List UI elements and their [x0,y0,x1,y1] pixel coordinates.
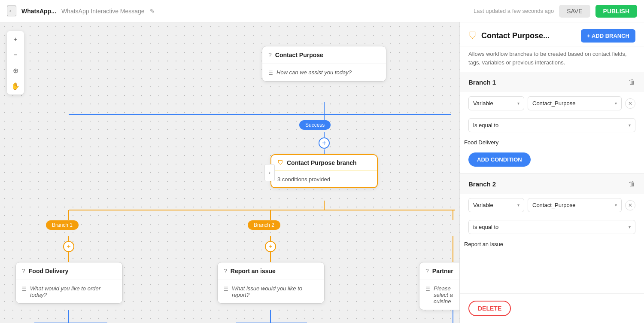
branch2-delete-button[interactable]: 🗑 [629,180,635,188]
branch1-section: Branch 1 🗑 Variable ▾ Contact_Purpose ▾ [460,72,644,174]
panel-header: ⛉ Contact Purpose... + ADD BRANCH [460,22,644,46]
back-button[interactable]: ← [7,6,16,16]
partner-icon: ? [425,268,429,274]
branch-node[interactable]: ⛉ Contact Purpose branch 3 conditions pr… [270,154,378,188]
report-lines-icon: ☰ [224,286,228,292]
branch1-variable-chevron: ▾ [517,101,519,106]
report-issue-title: Report an issue [231,268,276,274]
contact-purpose-title: Contact Purpose [275,52,323,58]
branch1-add-button[interactable]: + [63,241,74,252]
report-issue-body: What issue would you like to report? [232,285,318,298]
branch2-variable-value-select[interactable]: Contact_Purpose ▾ [528,198,622,212]
branch1-badge: Branch 1 [46,220,79,230]
pan-button[interactable]: ✋ [9,79,22,93]
success-badge: Success [299,120,331,130]
branch2-variable-chevron: ▾ [517,203,519,207]
publish-button[interactable]: PUBLISH [595,5,637,18]
report-issue-node[interactable]: ? Report an issue ☰ What issue would you… [217,262,325,304]
branch-conditions-text: 3 conditions provided [277,176,330,183]
branch1-value-chevron: ▾ [615,101,617,106]
branch2-condition-chevron: ▾ [629,225,631,229]
canvas-toolbar: + − ⊕ ✋ [7,31,24,94]
branch1-condition-row: is equal to ▾ [460,118,644,136]
save-button[interactable]: SAVE [559,5,590,18]
flow-canvas[interactable]: + − ⊕ ✋ [0,22,459,323]
zoom-out-button[interactable]: − [9,48,22,62]
delete-button[interactable]: DELETE [468,301,511,316]
partner-node[interactable]: ? Partner ☰ Please select a cuisine [419,262,459,310]
add-branch-button[interactable]: + ADD BRANCH [581,29,635,43]
branch2-header: Branch 2 🗑 [460,174,644,194]
branch2-variable-value: Contact_Purpose [532,202,575,208]
last-updated-timestamp: Last updated a few seconds ago [474,8,554,14]
food-delivery-title: Food Delivery [29,268,69,274]
branch2-variable-remove-button[interactable]: ✕ [625,200,635,210]
food-delivery-node[interactable]: ? Food Delivery ☰ What would you like to… [15,262,123,304]
panel-title: Contact Purpose... [481,31,577,40]
edit-icon[interactable]: ✎ [150,8,155,15]
main-content: + − ⊕ ✋ [0,22,644,323]
branch1-condition-select[interactable]: is equal to ▾ [468,118,635,132]
branch2-section: Branch 2 🗑 Variable ▾ Contact_Purpose ▾ [460,174,644,251]
topbar: ← WhatsApp... WhatsApp Interactive Messa… [0,0,644,22]
food-delivery-icon: ? [22,268,25,274]
branch1-variable-select[interactable]: Variable ▾ [468,96,524,110]
partner-title: Partner [432,268,453,274]
branch2-add-button[interactable]: + [265,241,276,252]
partner-body: Please select a cuisine [434,285,459,305]
fit-button[interactable]: ⊕ [9,64,22,77]
food-lines-icon: ☰ [22,286,27,292]
zoom-in-button[interactable]: + [9,33,22,46]
branch2-condition-select[interactable]: is equal to ▾ [468,220,635,234]
branch2-variable-row: Variable ▾ Contact_Purpose ▾ ✕ [460,194,644,220]
branch1-variable-row: Variable ▾ Contact_Purpose ▾ ✕ [460,92,644,118]
branch-node-title: Contact Purpose branch [287,159,357,166]
panel-footer: DELETE [460,293,644,323]
panel-body: Branch 1 🗑 Variable ▾ Contact_Purpose ▾ [460,72,644,293]
node-lines-icon: ☰ [268,70,273,76]
report-icon: ? [224,268,227,274]
branch1-condition-value: Food Delivery [460,136,644,149]
branch2-value-chevron: ▾ [615,203,617,207]
panel-toggle-button[interactable]: › [264,164,275,181]
branch1-condition-label: is equal to [473,122,498,128]
panel-branch-icon: ⛉ [468,31,477,41]
branch-icon: ⛉ [277,159,283,166]
branch1-condition-chevron: ▾ [629,123,631,128]
branch1-header: Branch 1 🗑 [460,72,644,92]
app-description: WhatsApp Interactive Message [61,8,145,15]
contact-purpose-node[interactable]: ? Contact Purpose ☰ How can we assist yo… [262,46,386,82]
branch2-variable-select[interactable]: Variable ▾ [468,198,524,212]
branch2-title: Branch 2 [468,180,496,188]
branch1-variable-value: Contact_Purpose [532,100,575,107]
branch2-condition-row: is equal to ▾ [460,220,644,238]
branch2-badge: Branch 2 [248,220,280,230]
branch2-condition-label: is equal to [473,224,498,230]
branch2-condition-value: Report an issue [460,238,644,251]
right-panel: ⛉ Contact Purpose... + ADD BRANCH Allows… [459,22,644,323]
branch1-add-condition-button[interactable]: ADD CONDITION [468,152,531,167]
contact-purpose-body: How can we assist you today? [276,69,352,76]
app-name: WhatsApp... [21,8,56,15]
branch1-variable-label: Variable [473,100,493,107]
panel-description: Allows workflow branches to be created b… [460,46,644,72]
partner-lines-icon: ☰ [425,286,430,292]
branch1-delete-button[interactable]: 🗑 [629,78,635,86]
branch1-variable-value-select[interactable]: Contact_Purpose ▾ [528,96,622,110]
branch1-title: Branch 1 [468,79,496,86]
branch1-variable-remove-button[interactable]: ✕ [625,98,635,109]
branch2-variable-label: Variable [473,202,493,208]
node-question-icon: ? [268,52,272,58]
add-after-success-button[interactable]: + [319,137,330,149]
food-delivery-body: What would you like to order today? [30,285,116,298]
